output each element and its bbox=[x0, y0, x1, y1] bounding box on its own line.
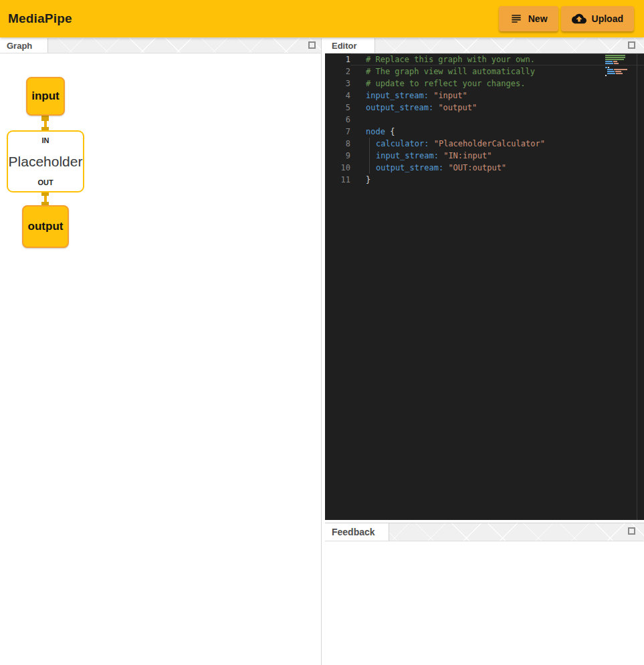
minimap-segment bbox=[607, 69, 613, 70]
graph-node-input[interactable]: input bbox=[26, 77, 65, 116]
mediapipe-visualizer: MediaPipe New Upload Graph bbox=[0, 0, 644, 665]
code-token: "OUT:output" bbox=[448, 163, 506, 172]
code-line-text: # update to reflect your changes. bbox=[350, 78, 644, 90]
minimap-line bbox=[605, 61, 632, 62]
minimap-segment bbox=[605, 63, 613, 64]
minimap-line bbox=[605, 75, 632, 76]
upload-button[interactable]: Upload bbox=[561, 6, 634, 31]
minimap-segment bbox=[613, 61, 617, 62]
node-output-label: output bbox=[28, 220, 64, 233]
code-line-text: # Replace this graph with your own. bbox=[350, 53, 644, 65]
line-number: 4 bbox=[325, 90, 350, 102]
code-line-text: # The graph view will automatically bbox=[350, 65, 644, 78]
code-token bbox=[429, 139, 433, 148]
minimap-line bbox=[605, 63, 632, 64]
line-number: 10 bbox=[325, 162, 350, 174]
minimap-segment bbox=[605, 75, 607, 76]
code-token: # The graph view will automatically bbox=[366, 67, 535, 76]
new-button[interactable]: New bbox=[499, 6, 558, 31]
minimap-segment bbox=[614, 63, 619, 64]
code-token: "IN:input" bbox=[443, 151, 492, 160]
code-line[interactable]: 11} bbox=[325, 174, 644, 186]
minimap-segment bbox=[605, 55, 625, 56]
code-line[interactable]: 6 bbox=[325, 114, 644, 126]
code-line-text: output_stream: "output" bbox=[350, 102, 644, 114]
code-line-text: calculator: "PlaceholderCalculator" bbox=[350, 138, 644, 150]
feedback-tabbar: Feedback bbox=[325, 523, 644, 541]
tab-feedback-label: Feedback bbox=[332, 527, 375, 537]
minimap-line bbox=[605, 57, 632, 58]
new-button-label: New bbox=[528, 13, 548, 24]
tab-editor[interactable]: Editor bbox=[325, 38, 375, 53]
app-title: MediaPipe bbox=[8, 11, 72, 26]
minimap-segment bbox=[605, 67, 607, 68]
line-number: 11 bbox=[325, 174, 350, 186]
code-token: # Replace this graph with your own. bbox=[366, 55, 535, 64]
tab-editor-label: Editor bbox=[332, 41, 357, 51]
editor-scrollbar-divider bbox=[637, 53, 637, 520]
line-number: 7 bbox=[325, 126, 350, 138]
graph-panel: Graph input IN Placeholder OUT output bbox=[0, 38, 322, 665]
minimap-segment bbox=[605, 59, 624, 60]
graph-node-output[interactable]: output bbox=[22, 205, 69, 248]
feedback-maximize-icon[interactable] bbox=[628, 527, 635, 535]
line-number: 2 bbox=[325, 65, 350, 78]
code-line[interactable]: 1# Replace this graph with your own. bbox=[325, 53, 644, 65]
placeholder-out-port-label: OUT bbox=[37, 178, 53, 186]
minimap-line bbox=[605, 59, 632, 60]
code-line[interactable]: 4input_stream: "input" bbox=[325, 90, 644, 102]
code-line[interactable]: 7node { bbox=[325, 126, 644, 138]
minimap-segment bbox=[608, 67, 609, 68]
app-header: MediaPipe New Upload bbox=[0, 0, 644, 37]
code-line[interactable]: 8calculator: "PlaceholderCalculator" bbox=[325, 138, 644, 150]
graph-maximize-icon[interactable] bbox=[308, 41, 316, 49]
code-token: output_stream: bbox=[366, 103, 433, 112]
minimap-segment bbox=[607, 71, 615, 72]
minimap-segment bbox=[605, 57, 625, 58]
placeholder-in-port-label: IN bbox=[42, 136, 49, 144]
code-token: "output" bbox=[438, 103, 477, 112]
code-line[interactable]: 10output_stream: "OUT:output" bbox=[325, 162, 644, 174]
line-number: 1 bbox=[325, 53, 350, 65]
line-number: 5 bbox=[325, 102, 350, 114]
minimap-segment bbox=[614, 69, 627, 70]
minimap-line bbox=[605, 55, 632, 56]
minimap-line bbox=[607, 71, 632, 72]
code-line-text: output_stream: "OUT:output" bbox=[350, 162, 644, 174]
line-number: 9 bbox=[325, 150, 350, 162]
tab-feedback[interactable]: Feedback bbox=[325, 523, 389, 541]
code-line[interactable]: 5output_stream: "output" bbox=[325, 102, 644, 114]
editor-maximize-icon[interactable] bbox=[628, 41, 635, 49]
code-token: { bbox=[385, 127, 395, 136]
code-line-text: node { bbox=[350, 126, 644, 138]
editor-tabbar: Editor bbox=[325, 38, 644, 53]
minimap-line bbox=[607, 73, 632, 74]
minimap-segment bbox=[605, 61, 613, 62]
editor-panel: Editor 1# Replace this graph with your o… bbox=[325, 38, 644, 520]
code-line[interactable]: 3# update to reflect your changes. bbox=[325, 78, 644, 90]
line-number: 8 bbox=[325, 138, 350, 150]
placeholder-node-label: Placeholder bbox=[9, 154, 83, 170]
tab-graph[interactable]: Graph bbox=[0, 38, 48, 53]
code-editor[interactable]: 1# Replace this graph with your own.2# T… bbox=[325, 53, 644, 520]
line-number: 6 bbox=[325, 114, 350, 126]
code-line[interactable]: 9input_stream: "IN:input" bbox=[325, 150, 644, 162]
editor-code-lines: 1# Replace this graph with your own.2# T… bbox=[325, 53, 644, 186]
cloud-upload-icon bbox=[572, 11, 586, 26]
code-token: "input" bbox=[433, 91, 467, 100]
graph-node-placeholder[interactable]: IN Placeholder OUT bbox=[7, 130, 84, 192]
upload-button-label: Upload bbox=[592, 13, 623, 24]
tab-graph-label: Graph bbox=[7, 41, 32, 51]
code-token: } bbox=[366, 175, 370, 184]
node-input-label: input bbox=[31, 90, 60, 103]
code-line[interactable]: 2# The graph view will automatically bbox=[325, 65, 644, 78]
editor-minimap[interactable] bbox=[605, 55, 632, 77]
feedback-content bbox=[325, 541, 644, 665]
code-line-text: input_stream: "IN:input" bbox=[350, 150, 644, 162]
graph-canvas[interactable]: input IN Placeholder OUT output bbox=[0, 53, 321, 665]
header-actions: New Upload bbox=[499, 6, 634, 31]
subject-icon bbox=[510, 12, 523, 25]
code-token: "PlaceholderCalculator" bbox=[434, 139, 545, 148]
graph-tabbar: Graph bbox=[0, 38, 321, 53]
feedback-panel: Feedback bbox=[325, 523, 644, 665]
